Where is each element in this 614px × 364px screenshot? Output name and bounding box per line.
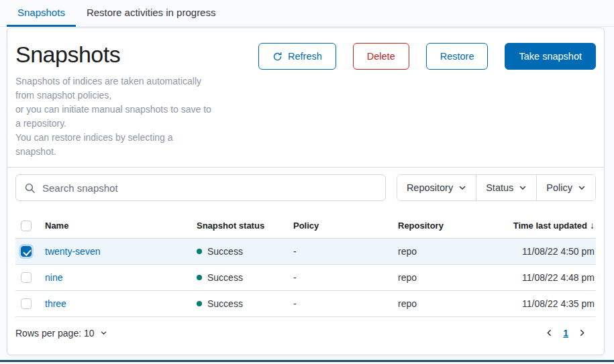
- success-dot-icon: [197, 249, 202, 254]
- repository-cell: repo: [398, 238, 496, 264]
- time-column-label: Time last updated: [513, 221, 587, 231]
- page-title: Snapshots: [15, 42, 211, 68]
- filter-status[interactable]: Status: [476, 175, 536, 200]
- column-header-snapshot-status[interactable]: Snapshot status: [197, 220, 293, 238]
- previous-page-button[interactable]: [545, 328, 554, 337]
- filter-policy[interactable]: Policy: [536, 175, 595, 200]
- snapshot-name-link[interactable]: three: [45, 298, 66, 309]
- header-actions: Refresh Delete Restore Take snapshot: [258, 42, 596, 159]
- tab-bar: Snapshots Restore activities in progress: [0, 0, 614, 27]
- take-snapshot-button[interactable]: Take snapshot: [505, 43, 596, 70]
- table-row: nine Success - repo 11/08/22 4:48 pm: [15, 264, 596, 290]
- snapshot-name-link[interactable]: nine: [45, 272, 62, 283]
- select-all-checkbox[interactable]: [21, 221, 32, 231]
- filter-group: Repository Status Policy: [397, 174, 596, 201]
- controls-row: Repository Status Policy: [7, 168, 604, 201]
- filter-status-label: Status: [486, 182, 513, 193]
- policy-cell: -: [293, 264, 398, 290]
- repository-cell: repo: [398, 290, 496, 316]
- column-header-name[interactable]: Name: [45, 220, 197, 238]
- repository-cell: repo: [398, 264, 496, 290]
- pagination: 1: [545, 328, 596, 339]
- time-cell: 11/08/22 4:48 pm: [496, 264, 596, 290]
- tab-restore-activities[interactable]: Restore activities in progress: [76, 0, 227, 27]
- rows-per-page-button[interactable]: Rows per page: 10: [15, 328, 107, 339]
- refresh-icon: [272, 52, 283, 62]
- row-checkbox[interactable]: [21, 272, 32, 283]
- chevron-down-icon: [458, 184, 466, 192]
- snapshots-table: Name Snapshot status Policy Repository T…: [15, 220, 596, 317]
- panel-header: Snapshots Snapshots of indices are taken…: [7, 28, 604, 167]
- column-header-policy[interactable]: Policy: [293, 220, 398, 238]
- status-label: Success: [207, 298, 243, 309]
- success-dot-icon: [197, 301, 202, 306]
- sort-desc-icon: ↓: [590, 220, 595, 231]
- chevron-down-icon: [519, 184, 527, 192]
- chevron-right-icon: [578, 328, 586, 337]
- snapshot-status: Success: [197, 246, 288, 257]
- tab-snapshots[interactable]: Snapshots: [7, 0, 76, 27]
- table-row: three Success - repo 11/08/22 4:35 pm: [15, 290, 596, 316]
- snapshots-panel: Snapshots Snapshots of indices are taken…: [7, 27, 605, 355]
- filter-repository[interactable]: Repository: [397, 175, 476, 200]
- policy-cell: -: [293, 290, 398, 316]
- snapshot-status: Success: [197, 298, 288, 309]
- snapshot-name-link[interactable]: twenty-seven: [45, 246, 100, 257]
- restore-button[interactable]: Restore: [426, 43, 489, 70]
- time-cell: 11/08/22 4:50 pm: [496, 238, 596, 264]
- search-box: [15, 174, 386, 201]
- policy-cell: -: [293, 238, 398, 264]
- delete-button[interactable]: Delete: [353, 43, 409, 70]
- bottom-bar: [0, 360, 614, 362]
- chevron-left-icon: [545, 328, 554, 337]
- chevron-down-icon: [578, 184, 586, 192]
- refresh-button-label: Refresh: [288, 51, 322, 62]
- row-checkbox[interactable]: [21, 246, 32, 257]
- success-dot-icon: [197, 275, 202, 280]
- snapshot-status: Success: [197, 272, 288, 283]
- column-header-time-last-updated[interactable]: Time last updated↓: [496, 220, 596, 238]
- next-page-button[interactable]: [578, 328, 586, 337]
- rows-per-page-label: Rows per page: 10: [15, 328, 95, 339]
- time-cell: 11/08/22 4:35 pm: [496, 290, 596, 316]
- column-header-repository[interactable]: Repository: [398, 220, 496, 238]
- chevron-down-icon: [100, 329, 107, 337]
- status-label: Success: [207, 272, 243, 283]
- filter-policy-label: Policy: [546, 182, 572, 193]
- status-label: Success: [207, 246, 243, 257]
- table-footer: Rows per page: 10 1: [7, 317, 604, 348]
- filter-repository-label: Repository: [407, 182, 453, 193]
- search-icon: [24, 182, 36, 194]
- row-checkbox[interactable]: [21, 298, 32, 309]
- header-text: Snapshots Snapshots of indices are taken…: [15, 42, 211, 159]
- table-row: twenty-seven Success - repo 11/08/22 4:5…: [15, 238, 596, 264]
- search-input[interactable]: [42, 182, 377, 194]
- page-description: Snapshots of indices are taken automatic…: [15, 74, 211, 159]
- refresh-button[interactable]: Refresh: [258, 43, 336, 70]
- page-number-button[interactable]: 1: [563, 328, 568, 339]
